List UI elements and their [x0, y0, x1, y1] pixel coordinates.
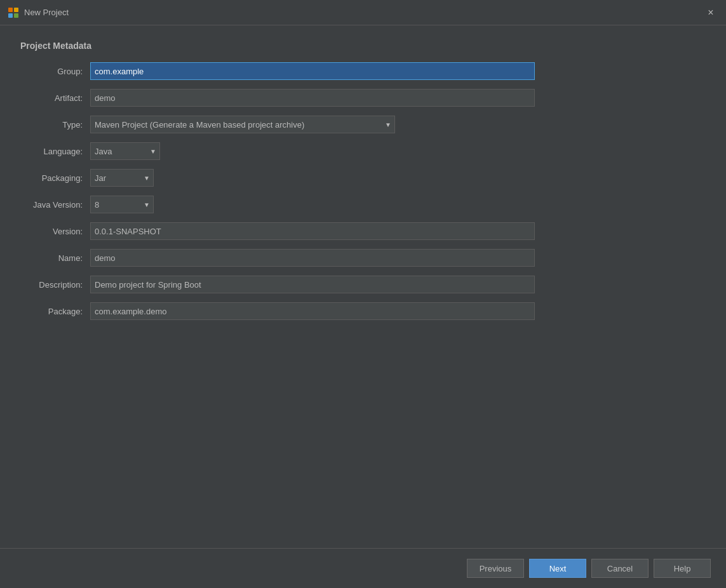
previous-button[interactable]: Previous [467, 559, 524, 578]
packaging-label: Packaging: [20, 173, 90, 183]
cancel-button[interactable]: Cancel [591, 559, 649, 578]
dialog-icon [8, 7, 19, 18]
dialog-footer: Previous Next Cancel Help [0, 548, 726, 588]
version-input[interactable] [90, 222, 535, 240]
close-button[interactable]: × [703, 5, 718, 20]
svg-rect-0 [8, 8, 13, 12]
group-input[interactable] [90, 62, 535, 80]
language-select-wrapper: Java Kotlin Groovy ▼ [90, 142, 160, 160]
help-button[interactable]: Help [654, 559, 711, 578]
version-label: Version: [20, 227, 90, 236]
packaging-select-wrapper: Jar War ▼ [90, 169, 154, 187]
artifact-row: Artifact: [20, 89, 706, 107]
type-select[interactable]: Maven Project (Generate a Maven based pr… [90, 116, 395, 133]
package-row: Package: [20, 302, 706, 320]
dialog-body: Project Metadata Group: Artifact: Type: … [0, 25, 726, 548]
group-label: Group: [20, 67, 90, 76]
language-row: Language: Java Kotlin Groovy ▼ [20, 142, 706, 160]
description-row: Description: [20, 276, 706, 293]
language-label: Language: [20, 147, 90, 156]
packaging-select[interactable]: Jar War [90, 169, 154, 187]
java-version-select-wrapper: 8 11 17 21 ▼ [90, 196, 154, 213]
dialog-title: New Project [24, 8, 703, 17]
type-label: Type: [20, 120, 90, 130]
new-project-dialog: New Project × Project Metadata Group: Ar… [0, 0, 726, 588]
next-button[interactable]: Next [529, 559, 586, 578]
package-input[interactable] [90, 302, 535, 320]
svg-rect-1 [14, 8, 18, 12]
name-label: Name: [20, 253, 90, 263]
group-row: Group: [20, 62, 706, 80]
svg-rect-2 [8, 13, 13, 18]
version-row: Version: [20, 222, 706, 240]
type-select-wrapper: Maven Project (Generate a Maven based pr… [90, 116, 535, 133]
artifact-label: Artifact: [20, 93, 90, 103]
name-row: Name: [20, 249, 706, 267]
name-input[interactable] [90, 249, 535, 267]
section-title: Project Metadata [20, 41, 706, 51]
svg-rect-3 [14, 13, 18, 18]
java-version-row: Java Version: 8 11 17 21 ▼ [20, 196, 706, 213]
title-bar: New Project × [0, 0, 726, 25]
package-label: Package: [20, 307, 90, 316]
java-version-select[interactable]: 8 11 17 21 [90, 196, 154, 213]
type-row: Type: Maven Project (Generate a Maven ba… [20, 116, 706, 133]
description-input[interactable] [90, 276, 535, 293]
java-version-label: Java Version: [20, 200, 90, 210]
packaging-row: Packaging: Jar War ▼ [20, 169, 706, 187]
description-label: Description: [20, 280, 90, 290]
artifact-input[interactable] [90, 89, 535, 107]
language-select[interactable]: Java Kotlin Groovy [90, 142, 160, 160]
